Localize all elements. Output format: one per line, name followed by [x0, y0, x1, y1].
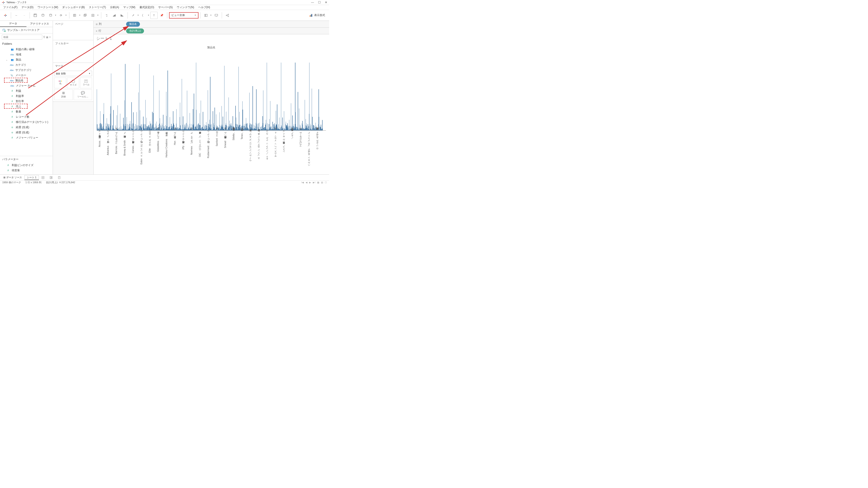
dropdown-arrow-icon[interactable]: ▼ [210, 14, 212, 16]
sort-desc-button[interactable] [119, 12, 126, 19]
sheet-title[interactable]: シート 1 [94, 34, 329, 42]
fit-dropdown[interactable]: ビュー全体 ▼ [169, 12, 198, 19]
menu-help[interactable]: ヘルプ(H) [196, 5, 212, 10]
menu-window[interactable]: ウィンドウ(N) [175, 5, 196, 10]
param-得意客[interactable]: #得意客 [1, 168, 52, 173]
dropdown-arrow-icon[interactable]: ▼ [148, 14, 150, 16]
field-メジャー ネーム[interactable]: Abcメジャー ネーム [1, 83, 52, 88]
field-経度 (生成)[interactable]: ⊕経度 (生成) [1, 125, 52, 130]
tab-sheet1[interactable]: シート 1 [24, 175, 39, 180]
nav-prev-icon[interactable]: ◀ [306, 181, 307, 184]
field-製品[interactable]: ⌄👥製品 [1, 57, 52, 62]
marks-label[interactable]: Tラベル [80, 77, 92, 88]
field-利益率[interactable]: #利益率 [1, 94, 52, 99]
x-label: ウィルソン・ジョーンズ タブ, 高耐... [249, 131, 252, 163]
field-レコード数[interactable]: #レコード数 [1, 114, 52, 120]
dropdown-arrow-icon[interactable]: ▼ [137, 14, 140, 16]
field-製品名[interactable]: Abc製品名 [1, 78, 52, 83]
columns-shelf[interactable]: 製品名 [125, 21, 329, 27]
menu-server[interactable]: サーバー(S) [156, 5, 175, 10]
text-button[interactable]: T [150, 12, 158, 19]
nav-first-icon[interactable]: I◀ [301, 181, 304, 184]
marks-tooltip[interactable]: 💬ツールヒ... [74, 89, 92, 100]
search-icon[interactable]: ⚲ [43, 35, 45, 39]
dropdown-arrow-icon[interactable]: ▼ [79, 14, 81, 16]
nav-next-icon[interactable]: ▶ [309, 181, 311, 184]
new-story-tab[interactable] [55, 175, 63, 180]
pages-shelf[interactable] [53, 27, 93, 40]
field-利益[interactable]: #利益 [1, 88, 52, 94]
show-me-button[interactable]: 表示形式 [307, 13, 327, 17]
columns-icon: iii [96, 23, 97, 26]
duplicate-button[interactable] [82, 12, 89, 19]
view-card-icon[interactable]: ☐ [325, 181, 327, 184]
new-dashboard-tab[interactable] [47, 175, 55, 180]
minimize-button[interactable]: — [311, 1, 314, 4]
field-メジャー バリュー[interactable]: #メジャー バリュー [1, 135, 52, 140]
menu-analysis[interactable]: 分析(A) [108, 5, 121, 10]
tab-analytics[interactable]: アナリティクス [26, 21, 53, 27]
field-数量[interactable]: #数量 [1, 109, 52, 114]
menu-format[interactable]: 書式設定(O) [138, 5, 156, 10]
svg-rect-5 [5, 15, 6, 17]
nav-last-icon[interactable]: ▶I [313, 181, 315, 184]
field-サブカテゴリ[interactable]: Abcサブカテゴリ [1, 68, 52, 73]
marks-detail[interactable]: ⊞詳細 [54, 89, 73, 100]
sort-asc-button[interactable] [111, 12, 118, 19]
menu-icon[interactable]: ▼ [49, 36, 51, 38]
rows-shelf[interactable]: 合計(売上) [125, 28, 329, 34]
bar-chart[interactable] [97, 52, 326, 131]
pin-button[interactable]: 📌 [158, 12, 165, 19]
mark-type-dropdown[interactable]: ▮▮▮ 自動 ▼ [54, 71, 92, 76]
columns-pill-product[interactable]: 製品名 [126, 22, 140, 27]
dropdown-arrow-icon[interactable]: ▼ [65, 14, 67, 16]
datasource-item[interactable]: サンプル - スーパーストア [0, 27, 53, 33]
menu-worksheet[interactable]: ワークシート(W) [36, 5, 60, 10]
chart-view[interactable]: 製品名 Accos 画鋲, 各種サイズAdvantus 輪ゴム, メタルBarr… [94, 42, 329, 174]
dropdown-arrow-icon[interactable]: ▼ [97, 14, 99, 16]
field-利益の高い顧客[interactable]: 👥利益の高い顧客 [1, 47, 52, 52]
view-list-icon[interactable]: ▤ [321, 181, 323, 184]
menu-file[interactable]: ファイル(F) [1, 5, 19, 10]
tab-datasource[interactable]: ⊞データ ソース [1, 175, 24, 180]
view-grid-icon[interactable]: ▦ [317, 181, 319, 184]
menu-story[interactable]: ストーリー(T) [87, 5, 107, 10]
refresh-button[interactable] [47, 12, 54, 19]
field-売上[interactable]: #売上 [1, 104, 52, 109]
field-割引率[interactable]: #割引率 [1, 99, 52, 104]
new-worksheet-button[interactable] [71, 12, 79, 19]
dropdown-arrow-icon[interactable]: ▼ [55, 14, 57, 16]
field-カテゴリ[interactable]: Abcカテゴリ [1, 62, 52, 68]
presentation-button[interactable] [213, 12, 220, 19]
share-button[interactable] [224, 12, 231, 19]
maximize-button[interactable]: ☐ [318, 1, 321, 4]
menu-map[interactable]: マップ(M) [121, 5, 137, 10]
group-button[interactable] [140, 12, 147, 19]
auto-update-button[interactable]: ⟳ [57, 12, 65, 19]
clear-button[interactable] [89, 12, 96, 19]
rows-pill-sales[interactable]: 合計(売上) [126, 29, 144, 33]
new-worksheet-tab[interactable] [39, 175, 47, 180]
menu-dashboard[interactable]: ダッシュボード(B) [60, 5, 87, 10]
menu-data[interactable]: データ(D) [20, 5, 35, 10]
new-datasource-button[interactable] [39, 12, 46, 19]
forward-button[interactable]: → [21, 12, 28, 19]
show-cards-button[interactable] [202, 12, 210, 19]
param-利益ビンのサイズ[interactable]: #利益ビンのサイズ [1, 163, 52, 168]
close-button[interactable]: ✕ [325, 1, 327, 4]
field-地域[interactable]: Abc地域 [1, 52, 52, 57]
filters-shelf[interactable] [53, 47, 93, 63]
search-input[interactable] [2, 35, 42, 39]
save-button[interactable] [32, 12, 39, 19]
marks-color[interactable]: 色 [54, 77, 66, 88]
marks-size[interactable]: ◯サイズ [67, 77, 79, 88]
tab-data[interactable]: データ [0, 21, 26, 27]
field-緯度 (生成)[interactable]: ⊕緯度 (生成) [1, 130, 52, 135]
field-メーカー[interactable]: 📎メーカー [1, 73, 52, 78]
tableau-icon[interactable] [2, 12, 9, 19]
back-button[interactable]: ← [13, 12, 20, 19]
view-icon[interactable]: ▦ [46, 36, 48, 38]
highlight-button[interactable] [129, 12, 137, 19]
field-移行済みデータ (カウント)[interactable]: #移行済みデータ (カウント) [1, 120, 52, 125]
swap-button[interactable] [103, 12, 110, 19]
